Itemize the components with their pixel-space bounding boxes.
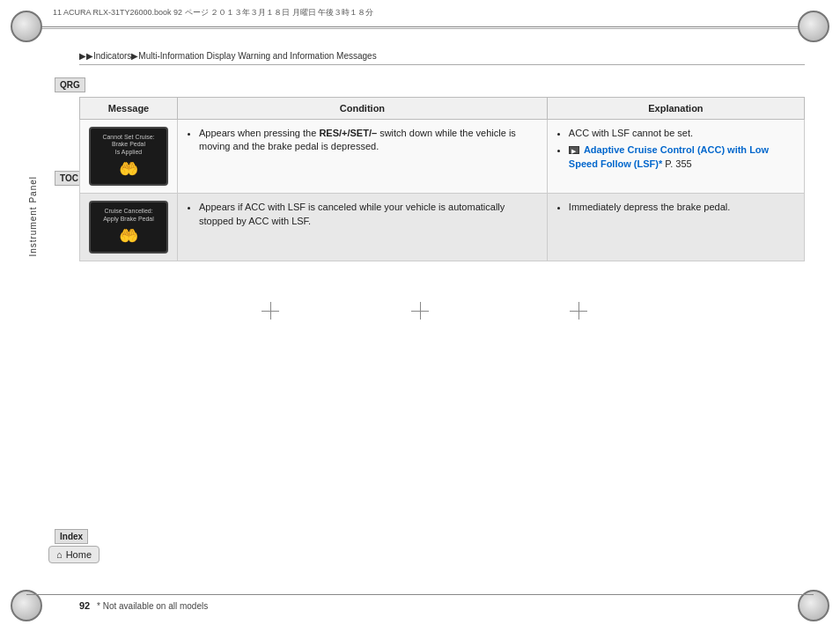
qrg-label[interactable]: QRG — [55, 77, 85, 92]
warning-messages-table: Message Condition Explanation Cannot Set… — [79, 97, 805, 261]
explanation-item-2: Immediately depress the brake pedal. — [569, 201, 795, 214]
message-image-cell-2: Cruise Cancelled:Apply Brake Pedal 🤲 — [80, 194, 178, 261]
table-row: Cruise Cancelled:Apply Brake Pedal 🤲 App… — [80, 194, 805, 261]
file-info-text: 11 ACURA RLX-31TY26000.book 92 ページ ２０１３年… — [53, 7, 373, 18]
condition-cell-1: Appears when pressing the RES/+/SET/– sw… — [178, 120, 548, 194]
file-info-bar: 11 ACURA RLX-31TY26000.book 92 ページ ２０１３年… — [53, 7, 787, 18]
main-content-table: Message Condition Explanation Cannot Set… — [79, 97, 805, 261]
message-image-cell-1: Cannot Set Cruise:Brake PedalIs Applied … — [80, 120, 178, 194]
link-icon: ▶ — [569, 146, 579, 154]
explanation-cell-1: ACC with LSF cannot be set. ▶ Adaptive C… — [547, 120, 804, 194]
breadcrumb: ▶▶Indicators▶Multi-Information Display W… — [79, 51, 805, 65]
condition-cell-2: Appears if ACC with LSF is canceled whil… — [178, 194, 548, 261]
explanation-item-1b: ▶ Adaptive Cruise Control (ACC) with Low… — [569, 143, 795, 171]
index-label[interactable]: Index — [55, 529, 88, 544]
condition-item-2: Appears if ACC with LSF is canceled whil… — [199, 201, 538, 228]
column-header-condition: Condition — [178, 98, 548, 120]
table-row: Cannot Set Cruise:Brake PedalIs Applied … — [80, 120, 805, 194]
explanation-cell-2: Immediately depress the brake pedal. — [547, 194, 804, 261]
display-title-1: Cannot Set Cruise:Brake PedalIs Applied — [96, 134, 161, 156]
explanation-item-1a: ACC with LSF cannot be set. — [569, 127, 795, 140]
hand-icon-1: 🤲 — [96, 159, 161, 179]
home-button[interactable]: ⌂ Home — [48, 546, 99, 563]
table-header-row: Message Condition Explanation — [80, 98, 805, 120]
instrument-panel-label: Instrument Panel — [28, 176, 38, 257]
column-header-explanation: Explanation — [547, 98, 804, 120]
home-icon: ⌂ — [56, 549, 63, 560]
footnote: * Not available on all models — [97, 601, 208, 611]
display-screen-1: Cannot Set Cruise:Brake PedalIs Applied … — [89, 127, 168, 186]
hand-icon-2: 🤲 — [96, 226, 161, 246]
display-title-2: Cruise Cancelled:Apply Brake Pedal — [96, 208, 161, 223]
res-bold: RES/+/SET/– — [319, 128, 377, 138]
breadcrumb-text: ▶▶Indicators▶Multi-Information Display W… — [79, 51, 377, 61]
display-screen-2: Cruise Cancelled:Apply Brake Pedal 🤲 — [89, 201, 168, 254]
page-number: 92 — [79, 600, 90, 611]
column-header-message: Message — [80, 98, 178, 120]
page-ref-1: P. 355 — [665, 158, 691, 169]
condition-item-1: Appears when pressing the RES/+/SET/– sw… — [199, 127, 538, 154]
